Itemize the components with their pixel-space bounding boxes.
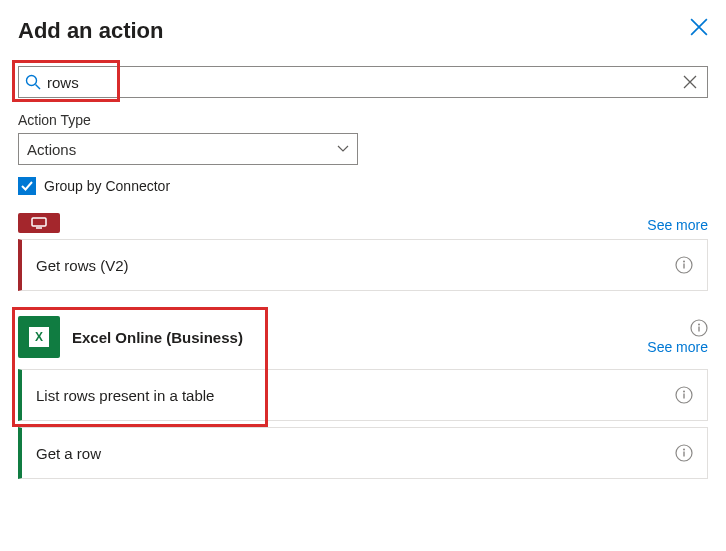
svg-line-1 (36, 85, 41, 90)
monitor-icon (31, 217, 47, 229)
svg-point-14 (683, 449, 685, 451)
action-type-value: Actions (27, 141, 76, 158)
info-icon[interactable] (675, 386, 693, 404)
info-icon[interactable] (690, 319, 708, 337)
group-by-connector-label: Group by Connector (44, 178, 170, 194)
action-label: Get rows (V2) (36, 257, 129, 274)
action-get-a-row[interactable]: Get a row (18, 427, 708, 479)
action-list-rows-in-table[interactable]: List rows present in a table (18, 369, 708, 421)
svg-rect-2 (32, 218, 46, 226)
svg-rect-6 (683, 264, 684, 269)
svg-rect-12 (683, 394, 684, 399)
see-more-link[interactable]: See more (647, 217, 708, 233)
svg-rect-9 (698, 327, 699, 332)
svg-rect-15 (683, 452, 684, 457)
close-icon[interactable] (690, 18, 708, 36)
checkmark-icon (21, 180, 33, 192)
search-icon (25, 74, 41, 90)
search-input[interactable] (47, 74, 673, 91)
chevron-down-icon (337, 143, 349, 155)
svg-point-5 (683, 261, 685, 263)
excel-connector-icon: X (18, 316, 60, 358)
clear-search-icon[interactable] (683, 75, 697, 89)
info-icon[interactable] (675, 256, 693, 274)
action-get-rows-v2[interactable]: Get rows (V2) (18, 239, 708, 291)
connector-name: Excel Online (Business) (72, 329, 243, 346)
action-type-label: Action Type (18, 112, 708, 128)
action-type-select[interactable]: Actions (18, 133, 358, 165)
group-by-connector-checkbox[interactable] (18, 177, 36, 195)
connector-icon (18, 213, 60, 233)
svg-point-8 (698, 324, 700, 326)
see-more-link[interactable]: See more (647, 339, 708, 355)
page-title: Add an action (18, 18, 163, 44)
svg-point-0 (27, 76, 37, 86)
action-label: List rows present in a table (36, 387, 214, 404)
info-icon[interactable] (675, 444, 693, 462)
action-label: Get a row (36, 445, 101, 462)
svg-point-11 (683, 391, 685, 393)
search-box[interactable] (18, 66, 708, 98)
